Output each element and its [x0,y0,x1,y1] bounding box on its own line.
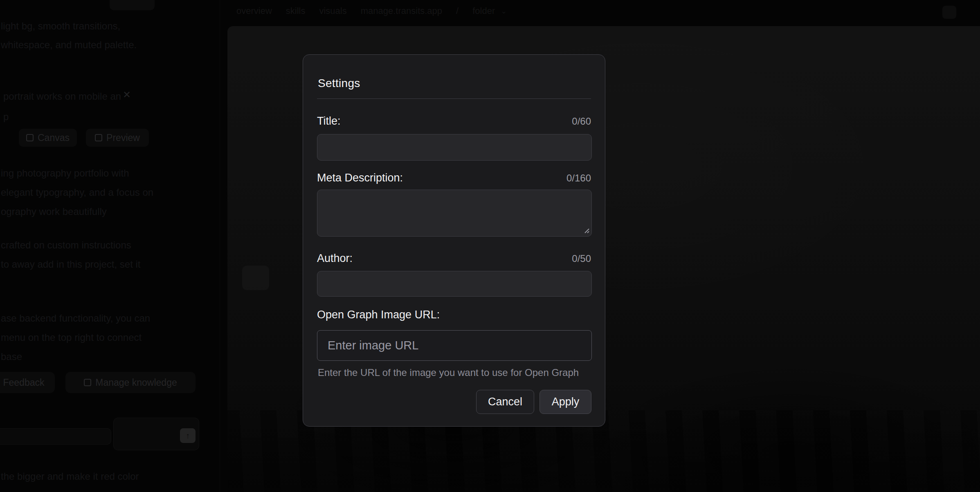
meta-description-counter: 0/160 [566,172,591,184]
app-root: overview skills visuals manage.transits.… [0,0,980,492]
settings-modal: Settings Title: 0/60 Meta Description: 0… [303,54,605,427]
meta-description-textarea[interactable] [317,190,592,237]
author-input[interactable] [317,271,592,297]
title-input[interactable] [317,134,592,161]
title-label: Title: [317,115,341,127]
og-image-url-label: Open Graph Image URL: [317,309,440,321]
divider [317,98,591,99]
og-image-url-helper: Enter the URL of the image you want to u… [318,367,579,378]
modal-title: Settings [318,76,360,90]
cancel-button[interactable]: Cancel [476,390,534,414]
apply-button[interactable]: Apply [539,390,591,414]
title-counter: 0/60 [572,116,591,127]
og-image-url-input[interactable] [317,330,592,361]
modal-actions: Cancel Apply [476,390,591,414]
author-label: Author: [317,252,353,265]
meta-description-label: Meta Description: [317,172,403,184]
author-counter: 0/50 [572,253,591,264]
